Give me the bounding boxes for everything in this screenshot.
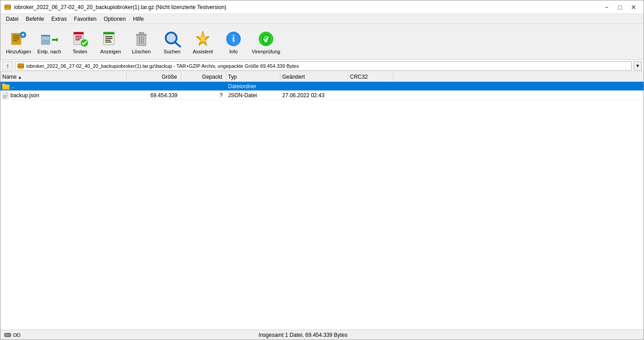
- entp-nach-button[interactable]: Entp. nach: [35, 26, 64, 58]
- cell-size-backupjson: 69.454.339: [127, 92, 181, 99]
- suchen-label: Suchen: [163, 49, 180, 54]
- col-header-name[interactable]: Name: [0, 73, 127, 81]
- svg-rect-4: [5, 8, 10, 8]
- path-text: iobroker_2022_06_27-02_40_20_backupiobro…: [26, 63, 299, 69]
- menu-hilfe[interactable]: Hilfe: [129, 15, 147, 23]
- svg-rect-20: [75, 36, 82, 37]
- svg-rect-57: [14, 334, 16, 336]
- assistent-label: Assistent: [193, 49, 213, 54]
- svg-rect-8: [13, 38, 19, 39]
- title-bar-controls: − □ ✕: [600, 3, 640, 12]
- entp-nach-label: Entp. nach: [37, 49, 61, 54]
- svg-rect-26: [103, 32, 114, 34]
- svg-rect-53: [3, 98, 6, 98]
- menu-optionen[interactable]: Optionen: [100, 15, 130, 23]
- suchen-button[interactable]: Suchen: [158, 26, 187, 58]
- anzeigen-icon: [102, 30, 120, 48]
- menu-favoriten[interactable]: Favoriten: [70, 15, 100, 23]
- cell-name-backupjson-text: backup.json: [10, 92, 39, 99]
- file-area: Name Größe Gepackt Typ Geändert CRC32 ..…: [0, 72, 644, 330]
- svg-rect-15: [42, 37, 49, 38]
- menu-befehle[interactable]: Befehle: [22, 15, 48, 23]
- col-header-size[interactable]: Größe: [127, 73, 181, 81]
- svg-rect-2: [5, 6, 10, 7]
- col-header-packed[interactable]: Gepackt: [181, 73, 226, 81]
- table-row[interactable]: backup.json 69.454.339 ? JSON-Datei 27.0…: [0, 91, 644, 100]
- hdd-icon: [4, 331, 11, 339]
- path-archive-icon: [17, 62, 24, 70]
- hinzufuegen-label: Hinzufügen: [6, 49, 31, 54]
- title-text: iobroker_2022_06_27-02_40_20_backupiobro…: [14, 4, 226, 10]
- svg-rect-7: [13, 37, 19, 38]
- hinzufuegen-button[interactable]: Hinzufügen: [4, 26, 33, 58]
- svg-rect-58: [17, 334, 20, 336]
- status-left: [4, 331, 20, 339]
- entp-nach-icon: [40, 30, 58, 48]
- svg-text:i: i: [232, 33, 235, 43]
- cell-name-parent-text: ..: [11, 83, 14, 90]
- cell-type-parent: Dateiordner: [226, 83, 280, 90]
- virenpruefung-button[interactable]: Virenprüfung: [250, 26, 282, 58]
- cell-packed-backupjson: ?: [181, 92, 226, 99]
- title-bar-left: iobroker_2022_06_27-02_40_20_backupiobro…: [4, 4, 226, 11]
- app-icon: [4, 4, 11, 11]
- virenpruefung-label: Virenprüfung: [252, 49, 280, 54]
- assistent-button[interactable]: Assistent: [188, 26, 217, 58]
- testen-button[interactable]: Testen: [65, 26, 94, 58]
- link-icon: [13, 331, 20, 339]
- status-bar: Insgesamt 1 Datei, 69.454.339 Bytes: [0, 330, 644, 340]
- cell-changed-backupjson: 27.06.2022 02:43: [280, 92, 348, 99]
- address-bar: ↑ iobroker_2022_06_27-02_40_20_backupiob…: [0, 60, 644, 72]
- close-button[interactable]: ✕: [627, 3, 640, 12]
- svg-rect-51: [3, 95, 7, 95]
- nav-up-button[interactable]: ↑: [2, 61, 13, 71]
- cell-name-backupjson: backup.json: [0, 92, 127, 99]
- svg-rect-56: [5, 335, 8, 335]
- info-icon: i: [224, 30, 243, 48]
- table-row[interactable]: .. Dateiordner: [0, 82, 644, 91]
- svg-rect-50: [18, 66, 24, 67]
- svg-marker-17: [52, 38, 58, 42]
- hinzufuegen-icon: [9, 30, 28, 48]
- testen-icon: [71, 30, 89, 48]
- path-dropdown-button[interactable]: ▼: [634, 61, 642, 71]
- svg-point-55: [9, 334, 10, 336]
- col-header-crc[interactable]: CRC32: [348, 73, 393, 81]
- loeschen-icon: [132, 30, 150, 48]
- cell-name-parent: ..: [0, 83, 127, 90]
- loeschen-button[interactable]: Löschen: [127, 26, 156, 58]
- file-icon: [2, 92, 9, 99]
- path-field[interactable]: iobroker_2022_06_27-02_40_20_backupiobro…: [15, 61, 632, 71]
- menu-extras[interactable]: Extras: [48, 15, 70, 23]
- svg-point-38: [167, 33, 176, 42]
- menu-datei[interactable]: Datei: [2, 15, 22, 23]
- svg-rect-12: [23, 33, 23, 36]
- svg-line-39: [175, 42, 180, 47]
- svg-rect-14: [41, 35, 50, 37]
- svg-rect-19: [74, 32, 84, 34]
- svg-rect-29: [105, 40, 111, 41]
- svg-rect-21: [75, 38, 82, 38]
- anzeigen-label: Anzeigen: [100, 49, 121, 54]
- maximize-button[interactable]: □: [614, 3, 626, 12]
- svg-rect-9: [13, 40, 18, 41]
- anzeigen-button[interactable]: Anzeigen: [96, 26, 125, 58]
- suchen-icon: [163, 30, 181, 48]
- svg-rect-33: [139, 32, 144, 34]
- col-header-changed[interactable]: Geändert: [280, 73, 348, 81]
- svg-rect-27: [105, 36, 112, 37]
- svg-rect-49: [19, 65, 23, 66]
- col-header-type[interactable]: Typ: [226, 73, 280, 81]
- testen-label: Testen: [73, 49, 87, 54]
- minimize-button[interactable]: −: [600, 3, 613, 12]
- svg-rect-28: [105, 38, 112, 39]
- status-text: Insgesamt 1 Datei, 69.454.339 Bytes: [259, 332, 348, 338]
- loeschen-label: Löschen: [132, 49, 151, 54]
- svg-rect-16: [42, 38, 49, 39]
- assistent-icon: [194, 30, 212, 48]
- info-button[interactable]: i Info: [219, 26, 248, 58]
- svg-rect-22: [75, 39, 80, 40]
- menu-bar: Datei Befehle Extras Favoriten Optionen …: [0, 14, 644, 24]
- svg-rect-30: [105, 42, 112, 42]
- info-label: Info: [229, 49, 238, 54]
